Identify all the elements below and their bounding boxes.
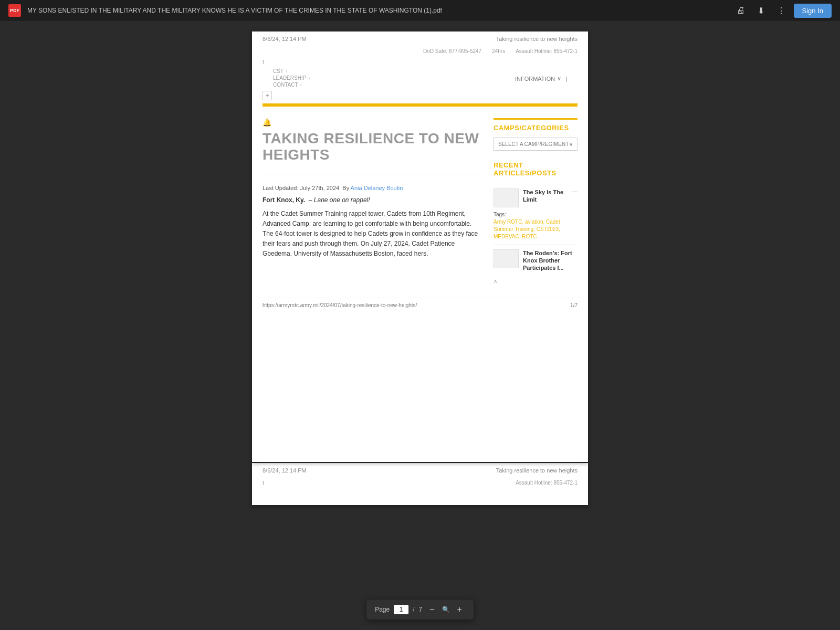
page-number-input[interactable] bbox=[394, 605, 408, 614]
recent-article-1: The Sky Is The Limit — bbox=[494, 188, 578, 207]
article-meta: Last Updated: July 27th, 2024 By Ania De… bbox=[262, 185, 483, 191]
tags-label: Tags: bbox=[494, 212, 578, 217]
page2-f: f bbox=[262, 480, 264, 486]
plus-button[interactable]: + bbox=[262, 91, 272, 100]
page2-nav: f Assault Hotline: 855-472-1 bbox=[252, 478, 588, 488]
recent-article-2: The Roden's: Fort Knox Brother Participa… bbox=[494, 249, 578, 274]
page2-header: 8/6/24, 12:14 PM Taking resilience to ne… bbox=[252, 463, 588, 478]
recent-articles-title: RECENT ARTICLES/POSTS bbox=[494, 161, 578, 177]
article-1-title[interactable]: The Sky Is The Limit bbox=[523, 188, 568, 204]
page-title-header: Taking resilience to new heights bbox=[496, 36, 578, 42]
dod-safe: DoD Safe: 877-995-5247 bbox=[423, 48, 481, 54]
camp-select-chevron: ∨ bbox=[569, 141, 573, 147]
article-2-title[interactable]: The Roden's: Fort Knox Brother Participa… bbox=[523, 249, 578, 272]
location-text: Fort Knox, Ky. bbox=[262, 196, 305, 204]
information-label: INFORMATION bbox=[515, 76, 555, 82]
pdf-page-1: 8/6/24, 12:14 PM Taking resilience to ne… bbox=[252, 32, 588, 462]
nav-contact[interactable]: CONTACT bbox=[273, 82, 298, 88]
nav-leadership-row: LEADERSHIP › bbox=[273, 75, 310, 81]
article-body: At the Cadet Summer Training rappel towe… bbox=[262, 209, 483, 259]
nav-pipe: | bbox=[565, 76, 567, 82]
nav-contact-row: CONTACT › bbox=[273, 82, 310, 88]
collapse-icon-1[interactable]: — bbox=[572, 188, 578, 194]
document-title: MY SONS ENLISTED IN THE MILITARY AND THE… bbox=[27, 7, 726, 14]
top-bar: PDF MY SONS ENLISTED IN THE MILITARY AND… bbox=[0, 0, 840, 21]
nav-top-row: CST › LEADERSHIP › CONTACT › INFORMATION bbox=[262, 66, 578, 91]
nav-leadership-chevron: › bbox=[308, 75, 310, 81]
assault-hotline: Assault Hotline: 855-472-1 bbox=[516, 48, 578, 54]
page-url: https://armyrotc.army.mil/2024/07/taking… bbox=[262, 302, 417, 308]
right-sidebar: CAMPS/CATEGORIES SELECT A CAMP/REGIMENT … bbox=[494, 118, 578, 284]
nav-f-link: f bbox=[262, 59, 264, 65]
pdf-page-2: 8/6/24, 12:14 PM Taking resilience to ne… bbox=[252, 463, 588, 505]
page-separator: / bbox=[413, 606, 414, 613]
nav-contact-chevron: › bbox=[300, 82, 302, 88]
nav-leadership[interactable]: LEADERSHIP bbox=[273, 75, 306, 81]
article-title: TAKING RESILIENCE TO NEW HEIGHTS bbox=[262, 131, 483, 163]
bell-icon: 🔔 bbox=[262, 118, 483, 127]
information-dropdown[interactable]: INFORMATION ∨ bbox=[515, 75, 561, 82]
sign-in-button[interactable]: Sign In bbox=[794, 4, 832, 18]
chevron-down-icon: ∨ bbox=[557, 75, 561, 82]
camp-select-dropdown[interactable]: SELECT A CAMP/REGIMENT ∨ bbox=[494, 138, 578, 151]
sidebar-yellow-bar bbox=[494, 118, 578, 120]
yellow-divider bbox=[262, 103, 578, 107]
zoom-out-button[interactable]: − bbox=[426, 604, 437, 615]
nav-cst-row: CST › bbox=[273, 68, 310, 74]
main-content: 8/6/24, 12:14 PM Taking resilience to ne… bbox=[0, 21, 840, 516]
article-1-thumbnail bbox=[494, 188, 519, 207]
nav-cst[interactable]: CST bbox=[273, 68, 284, 74]
location-sub: – Lane one on rappel! bbox=[309, 196, 370, 204]
total-pages: 7 bbox=[419, 606, 423, 613]
zoom-in-button[interactable]: + bbox=[454, 604, 465, 615]
collapse-icon-2[interactable]: ∧ bbox=[494, 278, 578, 284]
nav-area: f CST › LEADERSHIP › CONTACT › bbox=[252, 56, 588, 100]
nav-row-f: f bbox=[262, 59, 578, 65]
by-label: By bbox=[342, 185, 349, 191]
article-1-tags: Army ROTC, aviation, Cadet Summer Traini… bbox=[494, 218, 578, 240]
page-number: 1/7 bbox=[570, 302, 578, 308]
more-options-button[interactable]: ⋮ bbox=[773, 4, 790, 18]
camp-select-label: SELECT A CAMP/REGIMENT bbox=[498, 141, 569, 147]
nav-cst-chevron: › bbox=[286, 68, 287, 74]
info-bar: DoD Safe: 877-995-5247 24hrs Assault Hot… bbox=[252, 46, 588, 56]
article-2-thumbnail bbox=[494, 249, 519, 268]
recent-divider-top bbox=[494, 184, 578, 184]
author-link[interactable]: Ania Delaney Boutin bbox=[351, 185, 403, 191]
article-2-info: The Roden's: Fort Knox Brother Participa… bbox=[523, 249, 578, 274]
sidebar-divider bbox=[494, 245, 578, 245]
page2-date-time: 8/6/24, 12:14 PM bbox=[262, 467, 307, 474]
page-footer: https://armyrotc.army.mil/2024/07/taking… bbox=[252, 298, 588, 312]
article-1-info: The Sky Is The Limit bbox=[523, 188, 568, 206]
page-label: Page bbox=[375, 606, 390, 613]
page2-hotline: Assault Hotline: 855-472-1 bbox=[516, 480, 578, 486]
pdf-icon: PDF bbox=[8, 4, 21, 17]
nav-right: INFORMATION ∨ | bbox=[515, 75, 567, 82]
bottom-toolbar: Page / 7 − 🔍 + bbox=[366, 600, 474, 620]
page-date-time: 8/6/24, 12:14 PM bbox=[262, 36, 307, 42]
page-body: 🔔 TAKING RESILIENCE TO NEW HEIGHTS Last … bbox=[252, 110, 588, 292]
nav-left: CST › LEADERSHIP › CONTACT › bbox=[273, 68, 310, 89]
search-icon[interactable]: 🔍 bbox=[442, 606, 450, 613]
article-divider bbox=[262, 174, 483, 174]
print-button[interactable]: 🖨 bbox=[732, 4, 749, 17]
article-location: Fort Knox, Ky. – Lane one on rappel! bbox=[262, 196, 483, 204]
left-content: 🔔 TAKING RESILIENCE TO NEW HEIGHTS Last … bbox=[262, 118, 483, 284]
page2-title: Taking resilience to new heights bbox=[496, 467, 578, 474]
top-bar-actions: 🖨 ⬇ ⋮ Sign In bbox=[732, 4, 832, 18]
page-header: 8/6/24, 12:14 PM Taking resilience to ne… bbox=[252, 32, 588, 46]
download-button[interactable]: ⬇ bbox=[753, 4, 769, 18]
last-updated-label: Last Updated: July 27th, 2024 bbox=[262, 185, 339, 191]
dod-hours: 24hrs bbox=[492, 48, 505, 54]
camps-categories-title: CAMPS/CATEGORIES bbox=[494, 124, 578, 132]
